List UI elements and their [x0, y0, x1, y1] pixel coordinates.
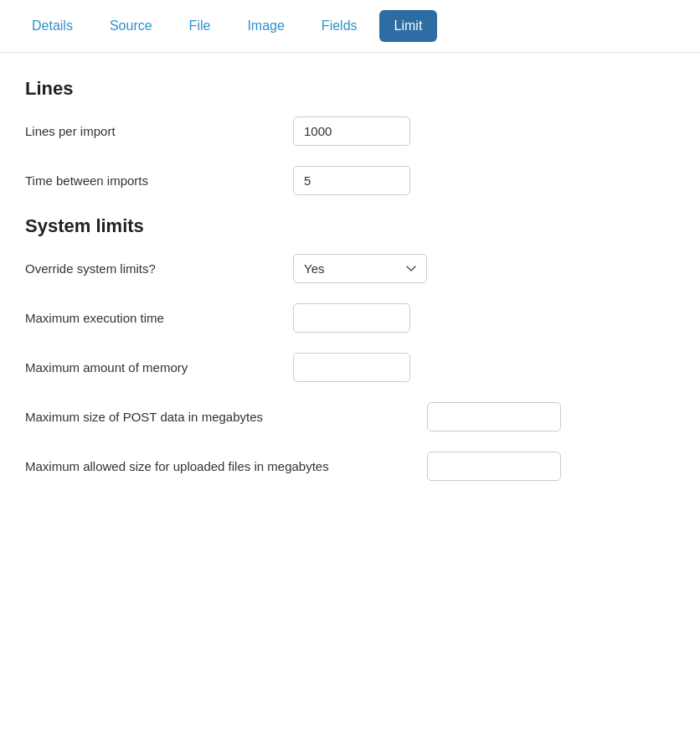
override-system-limits-select[interactable]: Yes No [293, 254, 427, 283]
max-execution-time-input[interactable] [293, 303, 410, 333]
tab-bar: Details Source File Image Fields Limit [0, 0, 700, 53]
lines-per-import-input[interactable] [293, 116, 410, 146]
lines-section: Lines Lines per import Time between impo… [25, 78, 675, 195]
main-content: Lines Lines per import Time between impo… [0, 53, 700, 526]
lines-per-import-row: Lines per import [25, 116, 675, 146]
override-system-limits-label: Override system limits? [25, 261, 293, 276]
max-post-data-label: Maximum size of POST data in megabytes [25, 410, 427, 424]
max-memory-row: Maximum amount of memory [25, 353, 675, 382]
tab-limit[interactable]: Limit [379, 10, 438, 42]
lines-per-import-label: Lines per import [25, 124, 293, 138]
system-limits-section-title: System limits [25, 215, 675, 237]
max-upload-size-row: Maximum allowed size for uploaded files … [25, 452, 675, 481]
max-post-data-input[interactable] [427, 402, 561, 431]
override-system-limits-row: Override system limits? Yes No [25, 254, 675, 283]
time-between-imports-row: Time between imports [25, 166, 675, 195]
max-upload-size-input[interactable] [427, 452, 561, 481]
max-memory-label: Maximum amount of memory [25, 360, 293, 375]
tab-details[interactable]: Details [17, 10, 88, 42]
lines-section-title: Lines [25, 78, 675, 100]
max-execution-time-label: Maximum execution time [25, 311, 293, 325]
time-between-imports-label: Time between imports [25, 173, 293, 188]
system-limits-section: System limits Override system limits? Ye… [25, 215, 675, 481]
max-execution-time-row: Maximum execution time [25, 303, 675, 333]
max-post-data-row: Maximum size of POST data in megabytes [25, 402, 675, 431]
tab-fields[interactable]: Fields [306, 10, 373, 42]
time-between-imports-input[interactable] [293, 166, 410, 195]
tab-source[interactable]: Source [95, 10, 167, 42]
max-memory-input[interactable] [293, 353, 410, 382]
max-upload-size-label: Maximum allowed size for uploaded files … [25, 459, 427, 473]
tab-file[interactable]: File [174, 10, 226, 42]
tab-image[interactable]: Image [232, 10, 299, 42]
